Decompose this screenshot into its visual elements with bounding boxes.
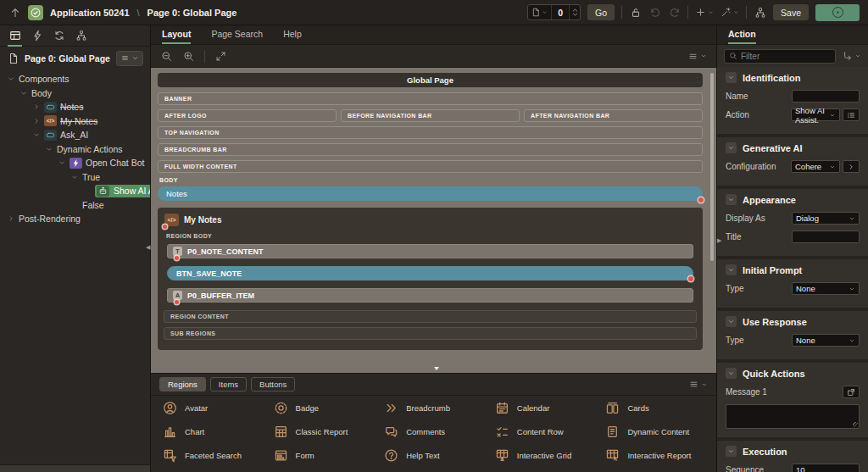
gallery-item-help-text[interactable]: Help Text	[384, 443, 495, 467]
chevron-down-icon[interactable]	[32, 130, 41, 139]
section-header[interactable]: Quick Actions	[726, 368, 860, 379]
zoom-in-icon[interactable]	[182, 50, 195, 63]
chevron-down-icon[interactable]	[45, 145, 53, 153]
list-button[interactable]	[843, 108, 860, 121]
gallery-item-partial[interactable]	[384, 467, 495, 472]
gallery-item-badge[interactable]: Badge	[274, 396, 385, 419]
item-p0-note-content[interactable]: TP0_NOTE_CONTENT	[167, 244, 693, 258]
redo-icon[interactable]	[668, 6, 681, 19]
lock-icon[interactable]	[629, 6, 642, 19]
gallery-item-calendar[interactable]: Calendar	[495, 396, 606, 419]
collapse-icon[interactable]	[726, 194, 737, 205]
page-finder[interactable]: 0	[527, 4, 581, 20]
sequence-input[interactable]	[792, 464, 860, 472]
tree-item-show-ai-assistant[interactable]: Show AI Assistant	[0, 184, 150, 198]
gallery-item-partial[interactable]	[163, 467, 274, 472]
collapse-icon[interactable]	[726, 72, 737, 83]
tree-item-dynamic-actions[interactable]: Dynamic Actions	[0, 142, 150, 157]
tree-item-open-chat-bot[interactable]: Open Chat Bot	[0, 156, 150, 170]
collapse-icon[interactable]	[726, 446, 737, 457]
save-button[interactable]: Save	[773, 4, 809, 20]
gallery-item-cards[interactable]: Cards	[605, 396, 716, 419]
collapse-icon[interactable]	[726, 316, 737, 327]
create-menu-button[interactable]	[695, 7, 714, 18]
section-header[interactable]: Execution	[726, 446, 860, 457]
utilities-menu-button[interactable]	[721, 7, 739, 18]
right-splitter-handle[interactable]: ▶	[717, 237, 721, 243]
gallery-item-partial[interactable]	[495, 467, 606, 472]
slot-breadcrumb-bar[interactable]: BREADCRUMB BAR	[158, 143, 703, 156]
section-header[interactable]: Appearance	[726, 194, 860, 205]
tree-item-true[interactable]: True	[0, 170, 150, 185]
go-button[interactable]: Go	[587, 4, 615, 20]
go-to-button[interactable]	[843, 160, 860, 173]
page-finder-menu[interactable]	[528, 5, 552, 19]
name-input[interactable]	[792, 90, 860, 103]
gallery-tab-items[interactable]: Items	[210, 377, 247, 391]
gallery-item-breadcrumb[interactable]: Breadcrumb	[384, 396, 495, 419]
slot-top-navigation[interactable]: TOP NAVIGATION	[158, 126, 703, 139]
tree-item-body[interactable]: Body	[0, 86, 150, 101]
collapse-icon[interactable]	[726, 368, 737, 379]
up-arrow-icon[interactable]	[8, 6, 21, 19]
undo-icon[interactable]	[648, 6, 661, 19]
gallery-item-chart[interactable]: Chart	[163, 419, 274, 443]
gallery-item-partial[interactable]	[605, 467, 716, 472]
item-p0-buffer-item[interactable]: AP0_BUFFER_ITEM	[167, 288, 693, 303]
section-header[interactable]: Identification	[726, 72, 860, 83]
gallery-item-dynamic-content[interactable]: Dynamic Content	[605, 419, 716, 443]
expand-icon[interactable]	[214, 50, 227, 63]
page-number-stepper[interactable]	[569, 5, 580, 19]
layout-menu-button[interactable]	[688, 52, 707, 61]
gallery-tab-buttons[interactable]: Buttons	[251, 377, 295, 391]
tab-help[interactable]: Help	[283, 29, 302, 44]
my-notes-header[interactable]: </> My Notes	[164, 214, 697, 226]
gallery-item-avatar[interactable]: Avatar	[163, 396, 274, 419]
tree-menu-button[interactable]	[116, 51, 143, 66]
slot-before-navigation-bar[interactable]: BEFORE NAVIGATION BAR	[341, 109, 520, 122]
run-page-button[interactable]	[815, 4, 860, 21]
collapse-icon[interactable]	[726, 142, 737, 153]
tree-item-notes[interactable]: Notes	[0, 100, 150, 114]
page-number-input[interactable]: 0	[552, 5, 569, 19]
section-header[interactable]: Generative AI	[726, 142, 860, 153]
left-splitter-handle[interactable]: ◀	[146, 244, 150, 250]
action-select[interactable]: Show AI Assist.	[791, 108, 840, 121]
open-editor-button[interactable]	[843, 386, 860, 398]
gallery-item-form[interactable]: Form	[274, 443, 385, 467]
application-icon[interactable]	[28, 5, 43, 20]
type-select[interactable]: None	[792, 282, 860, 295]
section-header[interactable]: Use Response	[726, 316, 860, 327]
slot-region-content[interactable]: REGION CONTENT	[164, 310, 697, 323]
chevron-down-icon[interactable]	[58, 158, 66, 167]
tab-shared-components[interactable]	[71, 25, 91, 46]
tab-processing[interactable]	[49, 25, 69, 46]
gallery-menu-button[interactable]	[689, 380, 708, 389]
gallery-item-interactive-grid[interactable]: Interactive Grid	[495, 443, 606, 467]
chevron-down-icon[interactable]	[70, 173, 79, 181]
chevron-right-icon[interactable]	[7, 214, 15, 223]
tree-item-my-notes[interactable]: </>My Notes	[0, 114, 150, 129]
tab-layout[interactable]: Layout	[162, 29, 191, 44]
configuration-select[interactable]: Cohere	[791, 160, 840, 173]
tree-item-components[interactable]: Components	[0, 72, 150, 86]
gallery-item-partial[interactable]	[274, 467, 385, 472]
gallery-item-interactive-report[interactable]: Interactive Report	[605, 443, 716, 467]
scroll-down-indicator[interactable]	[434, 367, 439, 370]
tree-item-ask-ai[interactable]: Ask_AI	[0, 128, 150, 142]
collapse-icon[interactable]	[726, 264, 737, 275]
title-input[interactable]	[792, 230, 860, 243]
canvas-page-title[interactable]: Global Page	[158, 73, 703, 87]
slot-sub-regions[interactable]: SUB REGIONS	[164, 327, 697, 340]
region-my-notes[interactable]: </> My Notes REGION BODYTP0_NOTE_CONTENT…	[158, 208, 703, 350]
message-1-textarea[interactable]	[726, 404, 860, 429]
go-to-group-button[interactable]	[843, 51, 861, 61]
tab-action[interactable]: Action	[728, 29, 756, 44]
chevron-down-icon[interactable]	[19, 89, 28, 97]
display-as-select[interactable]: Dialog	[792, 212, 860, 225]
tab-page-search[interactable]: Page Search	[211, 29, 263, 44]
slot-full-width-content[interactable]: FULL WIDTH CONTENT	[158, 160, 703, 173]
gallery-tab-regions[interactable]: Regions	[159, 377, 206, 391]
gallery-item-comments[interactable]: Comments	[384, 419, 495, 443]
canvas-scrollbar[interactable]	[710, 73, 714, 261]
